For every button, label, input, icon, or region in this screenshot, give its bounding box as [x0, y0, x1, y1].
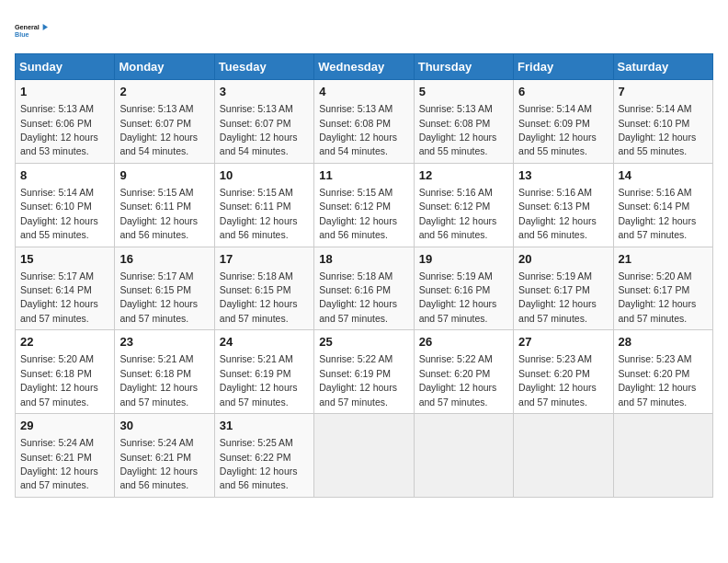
cell-info: Sunrise: 5:18 AMSunset: 6:16 PMDaylight:… — [319, 270, 397, 324]
weekday-header-monday: Monday — [115, 54, 214, 80]
calendar-cell: 6 Sunrise: 5:14 AMSunset: 6:09 PMDayligh… — [514, 80, 613, 164]
cell-info: Sunrise: 5:17 AMSunset: 6:15 PMDaylight:… — [119, 270, 198, 324]
cell-info: Sunrise: 5:17 AMSunset: 6:14 PMDaylight:… — [20, 270, 98, 324]
calendar-cell: 19 Sunrise: 5:19 AMSunset: 6:16 PMDaylig… — [414, 247, 513, 330]
cell-info: Sunrise: 5:19 AMSunset: 6:17 PMDaylight:… — [518, 270, 597, 324]
day-number: 20 — [518, 251, 608, 268]
week-row-4: 22 Sunrise: 5:20 AMSunset: 6:18 PMDaylig… — [16, 330, 713, 414]
week-row-1: 1 Sunrise: 5:13 AMSunset: 6:06 PMDayligh… — [16, 80, 713, 164]
day-number: 29 — [20, 418, 109, 434]
calendar-cell — [613, 414, 712, 498]
day-number: 17 — [220, 251, 309, 268]
week-row-2: 8 Sunrise: 5:14 AMSunset: 6:10 PMDayligh… — [16, 163, 713, 247]
day-number: 31 — [220, 418, 309, 434]
week-row-3: 15 Sunrise: 5:17 AMSunset: 6:14 PMDaylig… — [16, 247, 713, 330]
calendar-cell — [514, 414, 613, 498]
cell-info: Sunrise: 5:25 AMSunset: 6:22 PMDaylight:… — [220, 437, 298, 490]
cell-info: Sunrise: 5:14 AMSunset: 6:10 PMDaylight:… — [619, 103, 697, 156]
week-row-5: 29 Sunrise: 5:24 AMSunset: 6:21 PMDaylig… — [16, 414, 713, 498]
day-number: 23 — [119, 334, 209, 350]
svg-text:General: General — [15, 23, 40, 31]
cell-info: Sunrise: 5:13 AMSunset: 6:08 PMDaylight:… — [419, 103, 497, 156]
calendar-cell: 13 Sunrise: 5:16 AMSunset: 6:13 PMDaylig… — [514, 163, 613, 247]
cell-info: Sunrise: 5:22 AMSunset: 6:19 PMDaylight:… — [319, 353, 397, 407]
cell-info: Sunrise: 5:16 AMSunset: 6:14 PMDaylight:… — [619, 187, 697, 240]
calendar-cell: 30 Sunrise: 5:24 AMSunset: 6:21 PMDaylig… — [115, 414, 214, 498]
weekday-header-sunday: Sunday — [16, 54, 115, 80]
cell-info: Sunrise: 5:21 AMSunset: 6:18 PMDaylight:… — [119, 353, 198, 407]
logo: General Blue — [15, 15, 48, 48]
cell-info: Sunrise: 5:13 AMSunset: 6:07 PMDaylight:… — [220, 103, 298, 156]
calendar-cell: 15 Sunrise: 5:17 AMSunset: 6:14 PMDaylig… — [16, 247, 115, 330]
day-number: 27 — [518, 334, 608, 350]
cell-info: Sunrise: 5:14 AMSunset: 6:09 PMDaylight:… — [518, 103, 597, 156]
calendar-cell: 7 Sunrise: 5:14 AMSunset: 6:10 PMDayligh… — [613, 80, 712, 164]
cell-info: Sunrise: 5:15 AMSunset: 6:11 PMDaylight:… — [220, 187, 298, 240]
day-number: 3 — [220, 84, 309, 100]
cell-info: Sunrise: 5:21 AMSunset: 6:19 PMDaylight:… — [220, 353, 298, 407]
weekday-header-friday: Friday — [514, 54, 613, 80]
cell-info: Sunrise: 5:15 AMSunset: 6:12 PMDaylight:… — [319, 187, 397, 240]
calendar-table: SundayMondayTuesdayWednesdayThursdayFrid… — [15, 53, 713, 498]
cell-info: Sunrise: 5:13 AMSunset: 6:08 PMDaylight:… — [319, 103, 397, 156]
day-number: 10 — [220, 167, 309, 184]
day-number: 8 — [20, 167, 109, 184]
calendar-cell: 8 Sunrise: 5:14 AMSunset: 6:10 PMDayligh… — [16, 163, 115, 247]
calendar-cell — [414, 414, 513, 498]
calendar-cell: 31 Sunrise: 5:25 AMSunset: 6:22 PMDaylig… — [214, 414, 313, 498]
day-number: 9 — [119, 167, 209, 184]
weekday-header-row: SundayMondayTuesdayWednesdayThursdayFrid… — [16, 54, 713, 80]
calendar-cell: 1 Sunrise: 5:13 AMSunset: 6:06 PMDayligh… — [16, 80, 115, 164]
day-number: 5 — [419, 84, 508, 100]
day-number: 18 — [319, 251, 408, 268]
calendar-cell: 29 Sunrise: 5:24 AMSunset: 6:21 PMDaylig… — [16, 414, 115, 498]
day-number: 13 — [518, 167, 608, 184]
day-number: 19 — [419, 251, 508, 268]
cell-info: Sunrise: 5:20 AMSunset: 6:17 PMDaylight:… — [619, 270, 697, 324]
calendar-cell: 25 Sunrise: 5:22 AMSunset: 6:19 PMDaylig… — [314, 330, 414, 414]
cell-info: Sunrise: 5:23 AMSunset: 6:20 PMDaylight:… — [619, 353, 697, 407]
calendar-cell: 12 Sunrise: 5:16 AMSunset: 6:12 PMDaylig… — [414, 163, 513, 247]
day-number: 11 — [319, 167, 408, 184]
weekday-header-tuesday: Tuesday — [214, 54, 313, 80]
cell-info: Sunrise: 5:14 AMSunset: 6:10 PMDaylight:… — [20, 187, 98, 240]
calendar-cell: 14 Sunrise: 5:16 AMSunset: 6:14 PMDaylig… — [613, 163, 712, 247]
cell-info: Sunrise: 5:18 AMSunset: 6:15 PMDaylight:… — [220, 270, 298, 324]
calendar-cell: 16 Sunrise: 5:17 AMSunset: 6:15 PMDaylig… — [115, 247, 214, 330]
calendar-cell: 24 Sunrise: 5:21 AMSunset: 6:19 PMDaylig… — [214, 330, 313, 414]
cell-info: Sunrise: 5:16 AMSunset: 6:12 PMDaylight:… — [419, 187, 497, 240]
cell-info: Sunrise: 5:24 AMSunset: 6:21 PMDaylight:… — [20, 437, 98, 490]
cell-info: Sunrise: 5:15 AMSunset: 6:11 PMDaylight:… — [119, 187, 198, 240]
day-number: 26 — [419, 334, 508, 350]
calendar-cell: 21 Sunrise: 5:20 AMSunset: 6:17 PMDaylig… — [613, 247, 712, 330]
day-number: 12 — [419, 167, 508, 184]
calendar-cell: 26 Sunrise: 5:22 AMSunset: 6:20 PMDaylig… — [414, 330, 513, 414]
calendar-cell: 17 Sunrise: 5:18 AMSunset: 6:15 PMDaylig… — [214, 247, 313, 330]
day-number: 21 — [619, 251, 708, 268]
calendar-cell: 18 Sunrise: 5:18 AMSunset: 6:16 PMDaylig… — [314, 247, 414, 330]
calendar-cell: 11 Sunrise: 5:15 AMSunset: 6:12 PMDaylig… — [314, 163, 414, 247]
weekday-header-wednesday: Wednesday — [314, 54, 414, 80]
cell-info: Sunrise: 5:20 AMSunset: 6:18 PMDaylight:… — [20, 353, 98, 407]
svg-marker-2 — [43, 24, 48, 30]
day-number: 25 — [319, 334, 408, 350]
day-number: 14 — [619, 167, 708, 184]
calendar-cell: 5 Sunrise: 5:13 AMSunset: 6:08 PMDayligh… — [414, 80, 513, 164]
calendar-cell: 23 Sunrise: 5:21 AMSunset: 6:18 PMDaylig… — [115, 330, 214, 414]
calendar-cell: 28 Sunrise: 5:23 AMSunset: 6:20 PMDaylig… — [613, 330, 712, 414]
cell-info: Sunrise: 5:19 AMSunset: 6:16 PMDaylight:… — [419, 270, 497, 324]
calendar-cell: 4 Sunrise: 5:13 AMSunset: 6:08 PMDayligh… — [314, 80, 414, 164]
day-number: 22 — [20, 334, 109, 350]
cell-info: Sunrise: 5:16 AMSunset: 6:13 PMDaylight:… — [518, 187, 597, 240]
weekday-header-saturday: Saturday — [613, 54, 712, 80]
day-number: 15 — [20, 251, 109, 268]
logo-icon: General Blue — [15, 15, 48, 48]
calendar-cell: 22 Sunrise: 5:20 AMSunset: 6:18 PMDaylig… — [16, 330, 115, 414]
day-number: 7 — [619, 84, 708, 100]
calendar-cell: 9 Sunrise: 5:15 AMSunset: 6:11 PMDayligh… — [115, 163, 214, 247]
calendar-cell: 2 Sunrise: 5:13 AMSunset: 6:07 PMDayligh… — [115, 80, 214, 164]
calendar-cell: 20 Sunrise: 5:19 AMSunset: 6:17 PMDaylig… — [514, 247, 613, 330]
calendar-cell: 3 Sunrise: 5:13 AMSunset: 6:07 PMDayligh… — [214, 80, 313, 164]
svg-text:Blue: Blue — [15, 30, 29, 39]
cell-info: Sunrise: 5:13 AMSunset: 6:07 PMDaylight:… — [119, 103, 198, 156]
